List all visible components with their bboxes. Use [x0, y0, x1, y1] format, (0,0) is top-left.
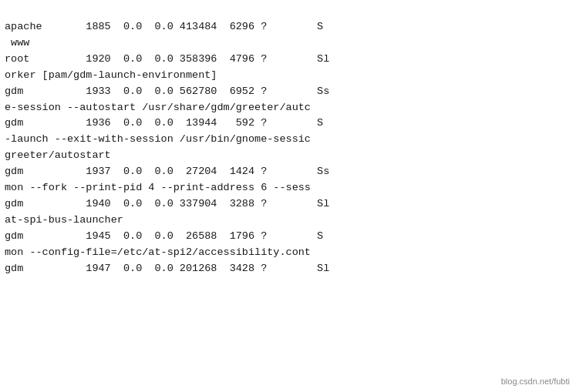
terminal-line: gdm 1933 0.0 0.0 562780 6952 ? Ss: [5, 84, 571, 100]
terminal-line: greeter/autostart: [5, 148, 571, 164]
terminal-line: gdm 1936 0.0 0.0 13944 592 ? S: [5, 116, 571, 132]
terminal-line: mon --fork --print-pid 4 --print-address…: [5, 180, 571, 196]
terminal-line: apache 1885 0.0 0.0 413484 6296 ? S: [5, 19, 571, 35]
watermark: blog.csdn.net/fubti: [501, 377, 570, 386]
terminal-line: mon --config-file=/etc/at-spi2/accessibi…: [5, 245, 571, 261]
terminal-line: gdm 1937 0.0 0.0 27204 1424 ? Ss: [5, 164, 571, 180]
terminal-line: gdm 1940 0.0 0.0 337904 3288 ? Sl: [5, 196, 571, 213]
terminal-output: apache 1885 0.0 0.0 413484 6296 ? S wwwr…: [0, 0, 576, 280]
terminal-line: e-session --autostart /usr/share/gdm/gre…: [5, 100, 571, 116]
terminal-line: at-spi-bus-launcher: [5, 213, 571, 229]
terminal-line: www: [5, 35, 571, 52]
terminal-line: orker [pam/gdm-launch-environment]: [5, 68, 571, 84]
terminal-line: root 1920 0.0 0.0 358396 4796 ? Sl: [5, 52, 571, 68]
terminal-line: gdm 1947 0.0 0.0 201268 3428 ? Sl: [5, 261, 571, 277]
terminal-line: gdm 1945 0.0 0.0 26588 1796 ? S: [5, 229, 571, 245]
terminal-line: -launch --exit-with-session /usr/bin/gno…: [5, 132, 571, 148]
